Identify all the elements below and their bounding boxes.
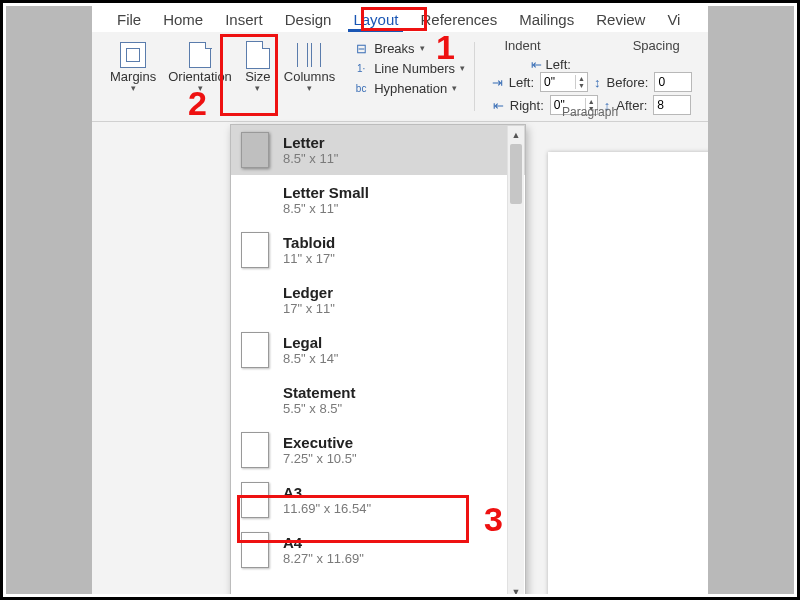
chevron-down-icon: ▾ bbox=[452, 84, 457, 92]
tab-review[interactable]: Review bbox=[585, 8, 656, 31]
line-numbers-icon: 1· bbox=[353, 60, 369, 76]
chevron-down-icon: ▾ bbox=[307, 84, 312, 92]
tab-mailings[interactable]: Mailings bbox=[508, 8, 585, 31]
tab-insert[interactable]: Insert bbox=[214, 8, 274, 31]
chevron-down-icon: ▾ bbox=[255, 84, 260, 92]
ribbon-tabs: File Home Insert Design Layout Reference… bbox=[92, 6, 708, 32]
chevron-down-icon: ▾ bbox=[131, 84, 136, 92]
size-option-name: A4 bbox=[283, 534, 364, 551]
columns-icon bbox=[297, 43, 321, 67]
page-size-icon bbox=[246, 41, 270, 69]
page-icon bbox=[241, 232, 269, 268]
size-option-tabloid[interactable]: Tabloid11" x 17" bbox=[231, 225, 525, 275]
size-option-name: Executive bbox=[283, 434, 357, 451]
indent-left-label2: Left: bbox=[509, 75, 534, 90]
tab-file[interactable]: File bbox=[106, 8, 152, 31]
size-option-name: Letter bbox=[283, 134, 339, 151]
size-option-dim: 8.5" x 11" bbox=[283, 201, 369, 216]
size-option-name: Tabloid bbox=[283, 234, 335, 251]
size-option-dim: 8.27" x 11.69" bbox=[283, 551, 364, 566]
group-page-setup-big: Margins ▾ Orientation ▾ Size ▾ bbox=[100, 36, 345, 121]
size-option-name: A3 bbox=[283, 484, 371, 501]
margins-icon bbox=[120, 42, 146, 68]
indent-left-label: Left: bbox=[546, 57, 571, 72]
size-option-a4[interactable]: A48.27" x 11.69" bbox=[231, 525, 525, 575]
ribbon-layout: Margins ▾ Orientation ▾ Size ▾ bbox=[92, 32, 708, 122]
size-option-dim: 17" x 11" bbox=[283, 301, 335, 316]
indent-left-input[interactable]: ▲▼ bbox=[540, 72, 588, 92]
paragraph-group-label: Paragraph bbox=[475, 105, 705, 119]
size-option-executive[interactable]: Executive7.25" x 10.5" bbox=[231, 425, 525, 475]
size-option-letter-small[interactable]: Letter Small8.5" x 11" bbox=[231, 175, 525, 225]
spacing-before-input[interactable] bbox=[654, 72, 692, 92]
line-numbers-button[interactable]: 1· Line Numbers ▾ bbox=[353, 60, 465, 76]
size-option-dim: 7.25" x 10.5" bbox=[283, 451, 357, 466]
indent-left-icon: ⇤ bbox=[531, 57, 542, 72]
document-page[interactable] bbox=[548, 152, 708, 594]
orientation-icon bbox=[189, 42, 211, 68]
tab-references[interactable]: References bbox=[409, 8, 508, 31]
breaks-button[interactable]: ⊟ Breaks ▾ bbox=[353, 40, 465, 56]
scroll-up-button[interactable]: ▲ bbox=[508, 126, 524, 143]
size-option-dim: 8.5" x 14" bbox=[283, 351, 339, 366]
chevron-down-icon: ▾ bbox=[198, 84, 203, 92]
group-paragraph: Indent Spacing ⇤ Left: ⇥ Left: ▲▼ ↕ bbox=[475, 36, 705, 121]
scroll-thumb[interactable] bbox=[510, 144, 522, 204]
chevron-down-icon: ▾ bbox=[420, 44, 425, 52]
indent-left-icon2: ⇥ bbox=[492, 75, 503, 90]
group-page-setup-small: ⊟ Breaks ▾ 1· Line Numbers ▾ bc Hyphenat… bbox=[345, 36, 475, 121]
hyphenation-icon: bc bbox=[353, 80, 369, 96]
tab-layout[interactable]: Layout bbox=[342, 8, 409, 31]
page-icon bbox=[241, 482, 269, 518]
size-option-name: Ledger bbox=[283, 284, 335, 301]
size-option-letter[interactable]: Letter8.5" x 11" bbox=[231, 125, 525, 175]
size-option-dim: 5.5" x 8.5" bbox=[283, 401, 356, 416]
size-option-legal[interactable]: Legal8.5" x 14" bbox=[231, 325, 525, 375]
hyphenation-button[interactable]: bc Hyphenation ▾ bbox=[353, 80, 465, 96]
scroll-down-button[interactable]: ▼ bbox=[508, 583, 524, 594]
page-icon bbox=[241, 432, 269, 468]
spacing-heading: Spacing bbox=[633, 38, 680, 55]
spacing-before-icon: ↕ bbox=[594, 75, 601, 90]
tab-view[interactable]: Vi bbox=[656, 8, 691, 31]
size-option-ledger[interactable]: Ledger17" x 11" bbox=[231, 275, 525, 325]
size-option-statement[interactable]: Statement5.5" x 8.5" bbox=[231, 375, 525, 425]
size-option-a3[interactable]: A311.69" x 16.54" bbox=[231, 475, 525, 525]
page-icon bbox=[241, 132, 269, 168]
size-option-dim: 11.69" x 16.54" bbox=[283, 501, 371, 516]
document-area: Letter8.5" x 11"Letter Small8.5" x 11"Ta… bbox=[92, 122, 708, 594]
tab-design[interactable]: Design bbox=[274, 8, 343, 31]
size-option-name: Statement bbox=[283, 384, 356, 401]
size-option-name: Legal bbox=[283, 334, 339, 351]
orientation-button[interactable]: Orientation ▾ bbox=[162, 38, 238, 94]
page-icon bbox=[241, 532, 269, 568]
spacing-before-label: Before: bbox=[607, 75, 649, 90]
size-option-dim: 8.5" x 11" bbox=[283, 151, 339, 166]
size-button[interactable]: Size ▾ bbox=[238, 38, 278, 94]
tab-home[interactable]: Home bbox=[152, 8, 214, 31]
page-icon bbox=[241, 332, 269, 368]
size-option-name: Letter Small bbox=[283, 184, 369, 201]
scrollbar[interactable]: ▲ ▼ bbox=[507, 126, 524, 594]
chevron-down-icon: ▾ bbox=[460, 64, 465, 72]
columns-button[interactable]: Columns ▾ bbox=[278, 38, 341, 94]
size-option-dim: 11" x 17" bbox=[283, 251, 335, 266]
margins-button[interactable]: Margins ▾ bbox=[104, 38, 162, 94]
breaks-icon: ⊟ bbox=[353, 40, 369, 56]
size-dropdown: Letter8.5" x 11"Letter Small8.5" x 11"Ta… bbox=[230, 124, 526, 594]
indent-heading: Indent bbox=[505, 38, 541, 55]
